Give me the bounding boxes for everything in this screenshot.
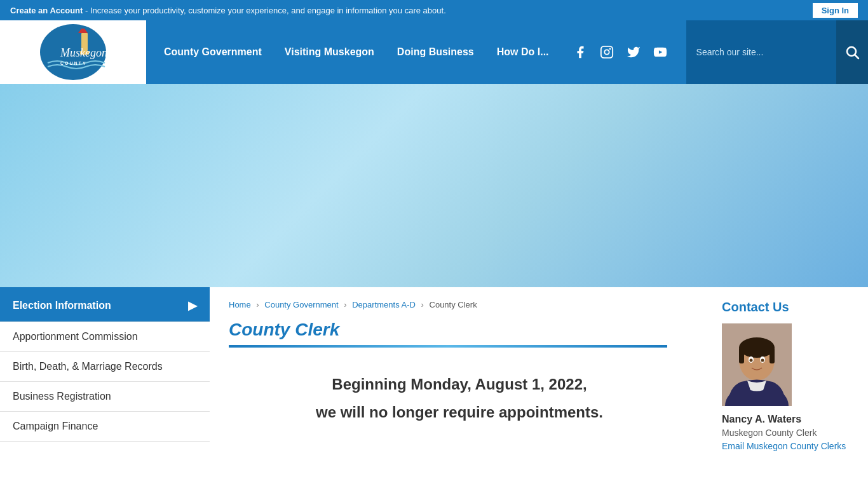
sidebar-item-birth-death-marriage[interactable]: Birth, Death, & Marriage Records <box>0 352 210 382</box>
content-area: Home › County Government › Departments A… <box>210 287 709 464</box>
hero-image <box>0 84 868 287</box>
youtube-icon[interactable] <box>651 43 670 62</box>
create-account-text: Create an Account - Increase your produc… <box>10 6 446 15</box>
logo-area: Muskegon COUNTY <box>0 20 146 84</box>
svg-point-15 <box>739 337 775 358</box>
search-area <box>686 20 837 84</box>
nav-doing-business[interactable]: Doing Business <box>386 20 485 84</box>
svg-rect-6 <box>600 46 612 58</box>
announcement: Beginning Monday, August 1, 2022, we wil… <box>229 363 690 434</box>
search-input[interactable] <box>696 47 827 57</box>
svg-point-21 <box>761 359 764 362</box>
instagram-icon[interactable] <box>597 43 616 62</box>
nav-county-government[interactable]: County Government <box>153 20 273 84</box>
contact-photo <box>722 323 792 406</box>
facebook-icon[interactable] <box>571 43 590 62</box>
announcement-line2: we will no longer require appointments. <box>241 403 677 421</box>
nav-how-do-i[interactable]: How Do I... <box>485 20 560 84</box>
svg-point-20 <box>750 359 753 362</box>
contact-role: Muskegon County Clerk <box>722 428 855 438</box>
top-banner: Create an Account - Increase your produc… <box>0 0 868 20</box>
create-account-link[interactable]: Create an Account <box>10 6 83 15</box>
breadcrumb-current: County Clerk <box>430 300 477 309</box>
contact-photo-image <box>722 323 792 406</box>
nav-area: County Government Visiting Muskegon Doin… <box>146 20 686 84</box>
breadcrumb-home[interactable]: Home <box>229 300 251 309</box>
contact-email-link[interactable]: Email Muskegon County Clerks <box>722 441 846 451</box>
nav-visiting-muskegon[interactable]: Visiting Muskegon <box>273 20 386 84</box>
main-content: Election Information ▶ Apportionment Com… <box>0 287 868 464</box>
breadcrumb: Home › County Government › Departments A… <box>229 300 690 309</box>
svg-point-8 <box>609 48 611 50</box>
social-icons <box>560 43 680 62</box>
twitter-icon[interactable] <box>624 43 643 62</box>
sidebar-item-campaign-finance[interactable]: Campaign Finance <box>0 412 210 442</box>
svg-rect-16 <box>739 348 744 363</box>
sign-in-button[interactable]: Sign In <box>813 3 858 18</box>
sidebar-item-business-registration[interactable]: Business Registration <box>0 382 210 412</box>
header: Muskegon COUNTY County Government Visiti… <box>0 20 868 84</box>
arrow-icon: ▶ <box>188 299 197 313</box>
sidebar-item-apportionment-commission[interactable]: Apportionment Commission <box>0 322 210 352</box>
sidebar-item-election-information[interactable]: Election Information ▶ <box>0 290 210 322</box>
breadcrumb-county-gov[interactable]: County Government <box>264 300 338 309</box>
right-sidebar: Contact Us <box>709 287 868 464</box>
main-nav: County Government Visiting Muskegon Doin… <box>153 20 560 84</box>
svg-line-11 <box>855 55 859 59</box>
page-title: County Clerk <box>229 320 690 340</box>
search-button[interactable] <box>836 20 868 84</box>
title-underline <box>229 345 667 348</box>
sidebar: Election Information ▶ Apportionment Com… <box>0 287 210 464</box>
contact-name: Nancy A. Waters <box>722 414 855 425</box>
announcement-line1: Beginning Monday, August 1, 2022, <box>241 376 677 393</box>
contact-section-title: Contact Us <box>722 300 855 315</box>
svg-text:Muskegon: Muskegon <box>60 46 107 59</box>
muskegon-logo[interactable]: Muskegon COUNTY <box>38 24 108 81</box>
svg-text:COUNTY: COUNTY <box>60 61 87 65</box>
search-icon <box>844 44 860 60</box>
svg-rect-17 <box>770 348 775 363</box>
breadcrumb-departments[interactable]: Departments A-D <box>352 300 416 309</box>
svg-point-7 <box>604 50 609 54</box>
